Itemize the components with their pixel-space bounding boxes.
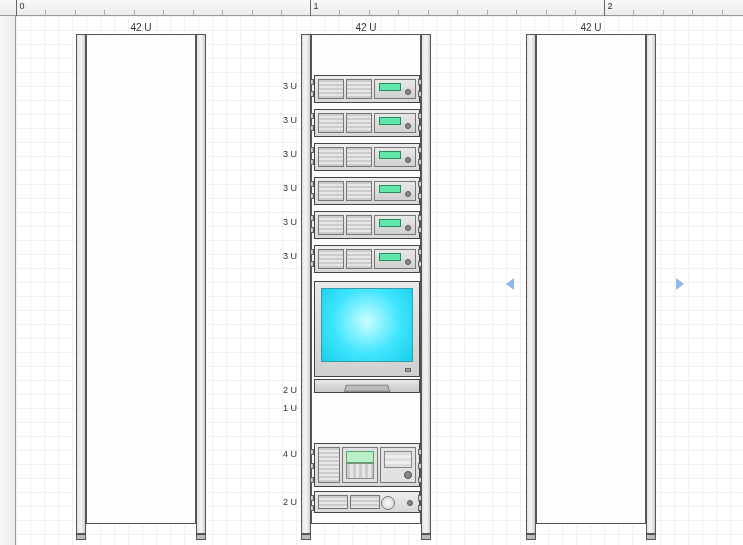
u-label: 3 U <box>283 217 297 227</box>
rack-2[interactable] <box>301 34 431 534</box>
ruler-horizontal[interactable]: 0 1 2 <box>0 0 743 16</box>
lcd-display <box>379 151 401 159</box>
drive-bay <box>346 249 372 269</box>
rack-label-1: 42 U <box>130 22 151 33</box>
lcd-display <box>379 117 401 125</box>
monitor-screen <box>321 288 413 362</box>
u-label: 1 U <box>283 403 297 413</box>
power-button-icon <box>405 89 411 95</box>
rack-server[interactable] <box>314 245 420 273</box>
ruler-vertical[interactable] <box>0 16 16 545</box>
drive-bay <box>318 147 344 167</box>
rack-foot <box>76 534 86 540</box>
drive-bay <box>318 495 348 509</box>
rack-body <box>86 34 196 524</box>
drive-bay <box>346 215 372 235</box>
power-button-icon <box>405 225 411 231</box>
rack-monitor[interactable] <box>314 281 420 377</box>
ruler-tick-2 <box>604 0 605 16</box>
u-label: 4 U <box>283 449 297 459</box>
lcd-display <box>379 185 401 193</box>
power-button-icon <box>405 123 411 129</box>
rack-post-right <box>196 34 206 534</box>
rack-server[interactable] <box>314 211 420 239</box>
server-panel <box>374 181 416 201</box>
rack-server[interactable] <box>314 75 420 103</box>
blade-chassis[interactable] <box>314 443 420 487</box>
u-label: 3 U <box>283 81 297 91</box>
drive-bay <box>318 181 344 201</box>
rack-post-left <box>76 34 86 534</box>
rack-server-2u[interactable] <box>314 491 420 513</box>
rack-1[interactable] <box>76 34 206 534</box>
power-button-icon <box>407 500 413 506</box>
monitor-button <box>405 368 411 372</box>
blade-module <box>318 447 340 483</box>
ruler-tick-0 <box>16 0 17 16</box>
server-panel <box>374 215 416 235</box>
u-label: 3 U <box>283 251 297 261</box>
keyboard-tray[interactable] <box>314 379 420 393</box>
server-panel <box>374 249 416 269</box>
rack-body <box>311 34 421 524</box>
drive-bay <box>346 113 372 133</box>
lcd-display <box>379 253 401 261</box>
drive-bay <box>318 113 344 133</box>
blade-module <box>380 447 416 483</box>
rack-foot <box>301 534 311 540</box>
drive-bay <box>318 79 344 99</box>
rack-body <box>536 34 646 524</box>
rack-foot <box>421 534 431 540</box>
rack-label-2: 42 U <box>355 22 376 33</box>
power-button-icon <box>405 157 411 163</box>
ruler-tick-1 <box>310 0 311 16</box>
drive-bay <box>346 181 372 201</box>
rack-foot <box>526 534 536 540</box>
rack-foot <box>196 534 206 540</box>
rack-server[interactable] <box>314 143 420 171</box>
rack-post-left <box>301 34 311 534</box>
scroll-hint-left-icon[interactable] <box>506 278 514 290</box>
u-label: 3 U <box>283 183 297 193</box>
ruler-label-2: 2 <box>607 1 612 11</box>
drive-bay <box>318 249 344 269</box>
u-label: 3 U <box>283 149 297 159</box>
drawing-canvas[interactable]: 42 U 42 U 42 U 3 U3 U3 U3 U3 U3 U2 U1 U4… <box>16 16 743 545</box>
u-label: 3 U <box>283 115 297 125</box>
rack-server[interactable] <box>314 109 420 137</box>
server-panel <box>374 147 416 167</box>
ruler-label-1: 1 <box>313 1 318 11</box>
server-panel <box>374 113 416 133</box>
drive-bay <box>318 215 344 235</box>
lcd-display <box>379 83 401 91</box>
lcd-display <box>379 219 401 227</box>
rack-post-right <box>421 34 431 534</box>
ruler-label-0: 0 <box>19 1 24 11</box>
drive-bay <box>346 79 372 99</box>
rack-server[interactable] <box>314 177 420 205</box>
optical-drive-icon <box>381 496 395 510</box>
rack-foot <box>646 534 656 540</box>
u-label: 2 U <box>283 497 297 507</box>
drive-bay <box>350 495 380 509</box>
power-button-icon <box>405 191 411 197</box>
rack-3[interactable] <box>526 34 656 534</box>
drive-bay <box>346 147 372 167</box>
blade-module <box>342 447 378 483</box>
server-panel <box>374 79 416 99</box>
scroll-hint-right-icon[interactable] <box>676 278 684 290</box>
u-label: 2 U <box>283 385 297 395</box>
rack-label-3: 42 U <box>580 22 601 33</box>
power-button-icon <box>405 259 411 265</box>
rack-post-left <box>526 34 536 534</box>
rack-post-right <box>646 34 656 534</box>
